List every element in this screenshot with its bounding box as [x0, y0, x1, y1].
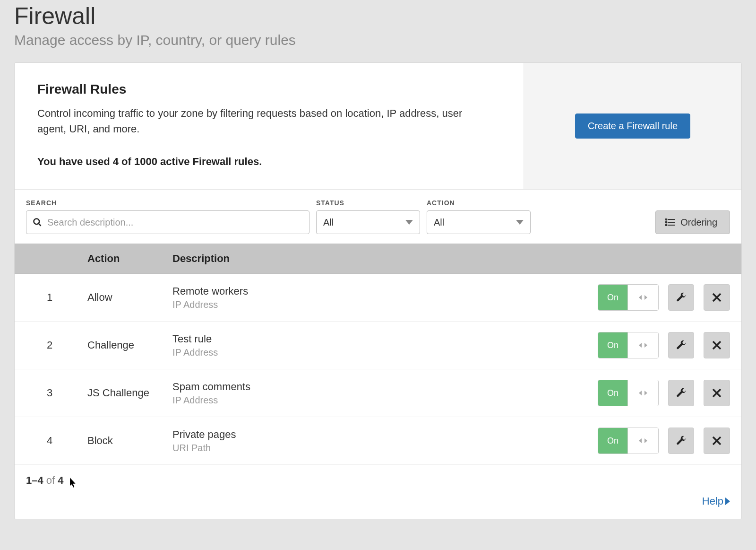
close-icon [712, 293, 722, 302]
table-row: 1AllowRemote workersIP AddressOn [15, 274, 741, 322]
svg-marker-14 [639, 343, 642, 348]
toggle-switch[interactable]: On [598, 284, 659, 311]
chevron-right-icon [725, 498, 730, 505]
status-select[interactable]: All [316, 210, 420, 234]
svg-marker-11 [644, 295, 647, 300]
chevron-down-icon [516, 220, 524, 225]
row-description: Test ruleIP Address [172, 333, 598, 358]
search-filter: SEARCH [26, 199, 309, 234]
svg-point-8 [666, 225, 667, 226]
toggle-switch[interactable]: On [598, 428, 659, 454]
list-icon [665, 218, 675, 226]
row-description-title: Spam comments [172, 381, 598, 393]
svg-marker-26 [725, 498, 730, 505]
edit-button[interactable] [668, 428, 695, 454]
svg-point-6 [666, 222, 667, 223]
toggle-on-label: On [598, 332, 628, 358]
panel-top: Firewall Rules Control incoming traffic … [15, 63, 741, 189]
table-row: 3JS ChallengeSpam commentsIP AddressOn [15, 369, 741, 417]
delete-button[interactable] [704, 284, 730, 311]
delete-button[interactable] [704, 428, 730, 454]
wrench-icon [676, 292, 687, 303]
row-number: 4 [26, 435, 87, 447]
status-label: STATUS [316, 199, 420, 207]
row-controls: On [598, 380, 730, 406]
row-description: Private pagesURI Path [172, 428, 598, 454]
edit-button[interactable] [668, 332, 695, 358]
section-usage: You have used 4 of 1000 active Firewall … [37, 156, 501, 168]
action-filter: ACTION All [427, 199, 531, 234]
help-label: Help [702, 495, 723, 507]
action-label: ACTION [427, 199, 531, 207]
search-label: SEARCH [26, 199, 309, 207]
toggle-switch[interactable]: On [598, 380, 659, 406]
footer-range: 1–4 [26, 474, 43, 486]
row-description: Spam commentsIP Address [172, 381, 598, 406]
svg-marker-2 [405, 220, 413, 225]
row-action: Allow [87, 291, 172, 304]
action-select[interactable]: All [427, 210, 531, 234]
svg-marker-10 [639, 295, 642, 300]
wrench-icon [676, 388, 687, 398]
row-description-subtitle: URI Path [172, 443, 598, 454]
row-action: Challenge [87, 339, 172, 351]
toggle-on-label: On [598, 428, 628, 454]
row-number: 3 [26, 387, 87, 399]
drag-handle-icon [628, 380, 658, 406]
drag-handle-icon [628, 332, 658, 358]
toggle-on-label: On [598, 380, 628, 406]
panel-actions: Create a Firewall rule [524, 63, 741, 189]
close-icon [712, 340, 722, 350]
row-description-title: Remote workers [172, 285, 598, 297]
create-firewall-rule-button[interactable]: Create a Firewall rule [575, 113, 690, 139]
svg-marker-15 [644, 343, 647, 348]
svg-line-1 [39, 224, 41, 226]
drag-handle-icon [628, 285, 658, 310]
close-icon [712, 388, 722, 398]
row-controls: On [598, 428, 730, 454]
edit-button[interactable] [668, 284, 695, 311]
row-action: Block [87, 435, 172, 447]
footer-of: of [43, 474, 58, 486]
firewall-rules-panel: Firewall Rules Control incoming traffic … [14, 62, 742, 519]
page-title: Firewall [14, 0, 742, 30]
row-description-title: Test rule [172, 333, 598, 345]
delete-button[interactable] [704, 380, 730, 406]
col-header-action: Action [87, 253, 172, 265]
help-row: Help [15, 491, 741, 519]
table-footer: 1–4 of 4 [15, 465, 741, 491]
wrench-icon [676, 340, 687, 350]
close-icon [712, 436, 722, 445]
svg-marker-23 [644, 438, 647, 443]
section-description: Control incoming traffic to your zone by… [37, 105, 463, 137]
table-row: 2ChallengeTest ruleIP AddressOn [15, 322, 741, 369]
toggle-switch[interactable]: On [598, 332, 659, 358]
row-description-subtitle: IP Address [172, 347, 598, 358]
ordering-button[interactable]: Ordering [655, 210, 730, 234]
page-subtitle: Manage access by IP, country, or query r… [14, 32, 742, 48]
search-input[interactable] [26, 210, 309, 234]
status-filter: STATUS All [316, 199, 420, 234]
svg-point-0 [34, 219, 40, 225]
action-select-value: All [434, 217, 444, 228]
svg-marker-19 [644, 391, 647, 395]
help-link[interactable]: Help [702, 495, 730, 507]
col-header-description: Description [172, 253, 598, 265]
ordering-label: Ordering [680, 217, 717, 228]
toggle-on-label: On [598, 285, 628, 310]
row-description-title: Private pages [172, 428, 598, 441]
filters-row: SEARCH STATUS All ACTION [15, 189, 741, 244]
footer-total: 4 [58, 474, 63, 486]
wrench-icon [676, 436, 687, 446]
row-controls: On [598, 284, 730, 311]
table-row: 4BlockPrivate pagesURI PathOn [15, 417, 741, 465]
svg-marker-22 [639, 438, 642, 443]
delete-button[interactable] [704, 332, 730, 358]
row-number: 1 [26, 291, 87, 304]
chevron-down-icon [405, 220, 413, 225]
svg-point-4 [666, 219, 667, 220]
panel-info: Firewall Rules Control incoming traffic … [15, 63, 524, 189]
row-number: 2 [26, 339, 87, 351]
row-description-subtitle: IP Address [172, 395, 598, 406]
edit-button[interactable] [668, 380, 695, 406]
